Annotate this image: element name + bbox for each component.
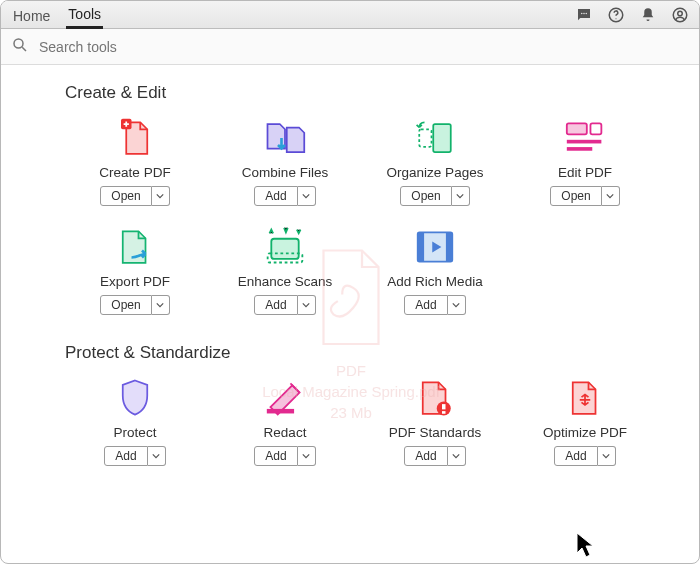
organize-pages-icon	[411, 115, 459, 161]
tool-label: Export PDF	[100, 274, 170, 289]
svg-point-6	[678, 11, 683, 16]
tool-organize-pages[interactable]: Organize Pages Open	[365, 115, 505, 206]
search-bar	[1, 29, 699, 65]
svg-point-4	[615, 18, 616, 19]
tool-action-button[interactable]: Add	[254, 295, 297, 315]
svg-line-8	[22, 47, 26, 51]
tool-action-dropdown[interactable]	[298, 186, 316, 206]
tool-action-dropdown[interactable]	[448, 446, 466, 466]
tool-action-button[interactable]: Add	[254, 446, 297, 466]
svg-rect-21	[267, 409, 294, 414]
tool-action-dropdown[interactable]	[598, 446, 616, 466]
mouse-cursor	[575, 531, 597, 562]
enhance-scans-icon	[261, 224, 309, 270]
tool-edit-pdf[interactable]: Edit PDF Open	[515, 115, 655, 206]
tool-protect[interactable]: Protect Add	[65, 375, 205, 466]
tool-label: Enhance Scans	[238, 274, 333, 289]
tool-label: Optimize PDF	[543, 425, 627, 440]
tool-label: Organize Pages	[387, 165, 484, 180]
search-input[interactable]	[37, 38, 689, 56]
tool-action-button[interactable]: Open	[100, 295, 151, 315]
protect-icon	[111, 375, 159, 421]
tool-action-dropdown[interactable]	[298, 446, 316, 466]
titlebar: Home Tools	[1, 1, 699, 29]
svg-rect-13	[590, 123, 601, 134]
tool-label: PDF Standards	[389, 425, 481, 440]
svg-point-1	[583, 12, 585, 14]
tool-action-button[interactable]: Open	[100, 186, 151, 206]
app-window: Home Tools	[0, 0, 700, 564]
export-pdf-icon	[111, 224, 159, 270]
bell-icon[interactable]	[639, 6, 657, 24]
pdf-standards-icon	[411, 375, 459, 421]
profile-icon[interactable]	[671, 6, 689, 24]
add-rich-media-icon	[411, 224, 459, 270]
tool-label: Add Rich Media	[387, 274, 482, 289]
tool-label: Redact	[264, 425, 307, 440]
tool-action-button[interactable]: Open	[550, 186, 601, 206]
tool-action-dropdown[interactable]	[152, 186, 170, 206]
svg-point-7	[14, 39, 23, 48]
help-icon[interactable]	[607, 6, 625, 24]
tool-action-dropdown[interactable]	[448, 295, 466, 315]
svg-rect-20	[446, 232, 452, 261]
tool-combine-files[interactable]: Combine Files Add	[215, 115, 355, 206]
tool-optimize-pdf[interactable]: Optimize PDF Add	[515, 375, 655, 466]
view-tabs: Home Tools	[11, 1, 103, 28]
search-icon	[11, 36, 29, 57]
section-create-edit: Create & Edit	[65, 83, 679, 103]
tool-action-button[interactable]: Add	[554, 446, 597, 466]
svg-rect-19	[418, 232, 424, 261]
tool-action-dropdown[interactable]	[152, 295, 170, 315]
tool-action-button[interactable]: Add	[104, 446, 147, 466]
tool-action-button[interactable]: Open	[400, 186, 451, 206]
tool-action-button[interactable]: Add	[254, 186, 297, 206]
tool-action-button[interactable]: Add	[404, 446, 447, 466]
grid-protect-standardize: Protect Add Redact Add	[65, 375, 679, 466]
svg-rect-15	[567, 147, 592, 151]
tool-action-dropdown[interactable]	[602, 186, 620, 206]
tool-label: Combine Files	[242, 165, 328, 180]
tool-create-pdf[interactable]: Create PDF Open	[65, 115, 205, 206]
tool-enhance-scans[interactable]: Enhance Scans Add	[215, 224, 355, 315]
redact-icon	[261, 375, 309, 421]
grid-create-edit: Create PDF Open Combine Files Add	[65, 115, 679, 315]
tool-action-dropdown[interactable]	[148, 446, 166, 466]
tool-label: Protect	[114, 425, 157, 440]
svg-point-0	[581, 12, 583, 14]
combine-files-icon	[261, 115, 309, 161]
tool-action-dropdown[interactable]	[298, 295, 316, 315]
svg-rect-10	[433, 124, 451, 152]
tool-action-button[interactable]: Add	[404, 295, 447, 315]
tool-add-rich-media[interactable]: Add Rich Media Add	[365, 224, 505, 315]
svg-rect-11	[419, 129, 431, 147]
svg-rect-14	[567, 140, 602, 144]
tools-panel: PDF Local Magazine Spring.pdf 23 Mb Crea…	[1, 65, 699, 563]
create-pdf-icon	[111, 115, 159, 161]
edit-pdf-icon	[561, 115, 609, 161]
svg-point-2	[586, 12, 588, 14]
section-protect-standardize: Protect & Standardize	[65, 343, 679, 363]
tool-label: Create PDF	[99, 165, 170, 180]
tool-export-pdf[interactable]: Export PDF Open	[65, 224, 205, 315]
svg-rect-23	[442, 404, 446, 409]
svg-rect-12	[567, 123, 587, 134]
tab-tools[interactable]: Tools	[66, 2, 103, 29]
tab-home[interactable]: Home	[11, 4, 52, 28]
svg-rect-24	[442, 411, 446, 414]
chat-icon[interactable]	[575, 6, 593, 24]
tool-redact[interactable]: Redact Add	[215, 375, 355, 466]
svg-rect-16	[271, 239, 298, 259]
tool-action-dropdown[interactable]	[452, 186, 470, 206]
optimize-pdf-icon	[561, 375, 609, 421]
tool-pdf-standards[interactable]: PDF Standards Add	[365, 375, 505, 466]
tool-label: Edit PDF	[558, 165, 612, 180]
